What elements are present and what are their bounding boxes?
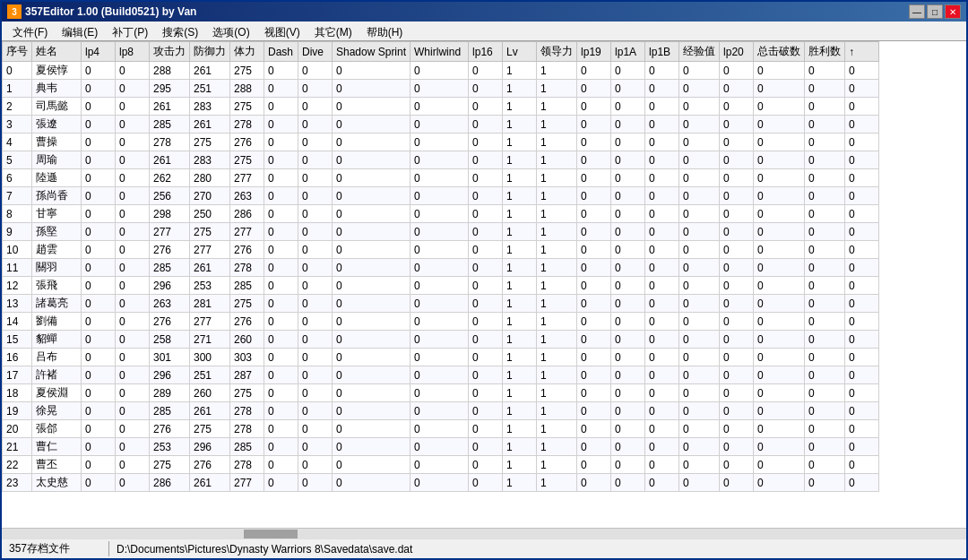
cell-total[interactable]: 0 xyxy=(754,98,805,116)
cell-lp8[interactable]: 0 xyxy=(116,187,150,205)
cell-extra[interactable]: 0 xyxy=(845,349,879,366)
cell-lp16[interactable]: 0 xyxy=(469,259,503,277)
cell-attack[interactable]: 298 xyxy=(150,205,190,223)
cell-lp19[interactable]: 0 xyxy=(577,420,611,438)
cell-attack[interactable]: 276 xyxy=(150,241,190,259)
cell-name[interactable]: 甘寧 xyxy=(32,205,82,223)
cell-seq[interactable]: 8 xyxy=(3,205,32,223)
cell-whirl[interactable]: 0 xyxy=(411,169,469,187)
cell-lv[interactable]: 1 xyxy=(503,241,537,259)
table-row[interactable]: 20張郃00276275278000001100000000 xyxy=(3,420,879,438)
cell-body[interactable]: 277 xyxy=(230,223,264,241)
cell-lead[interactable]: 1 xyxy=(537,295,577,313)
cell-dash[interactable]: 0 xyxy=(264,80,298,98)
cell-lp1a[interactable]: 0 xyxy=(611,456,645,474)
table-row[interactable]: 21曹仁00253296285000001100000000 xyxy=(3,438,879,456)
col-header-seq[interactable]: 序号 xyxy=(3,42,32,62)
cell-lp8[interactable]: 0 xyxy=(116,366,150,384)
cell-lead[interactable]: 1 xyxy=(537,384,577,402)
cell-extra[interactable]: 0 xyxy=(845,277,879,295)
cell-seq[interactable]: 23 xyxy=(3,474,32,492)
cell-lp8[interactable]: 0 xyxy=(116,295,150,313)
cell-lp8[interactable]: 0 xyxy=(116,151,150,169)
cell-total[interactable]: 0 xyxy=(754,456,805,474)
cell-whirl[interactable]: 0 xyxy=(411,295,469,313)
cell-dash[interactable]: 0 xyxy=(264,438,298,456)
table-row[interactable]: 13諸葛亮00263281275000001100000000 xyxy=(3,295,879,313)
cell-body[interactable]: 276 xyxy=(230,134,264,151)
cell-lp19[interactable]: 0 xyxy=(577,187,611,205)
cell-total[interactable]: 0 xyxy=(754,205,805,223)
cell-lp1a[interactable]: 0 xyxy=(611,169,645,187)
cell-body[interactable]: 285 xyxy=(230,438,264,456)
cell-extra[interactable]: 0 xyxy=(845,295,879,313)
cell-lead[interactable]: 1 xyxy=(537,259,577,277)
cell-lv[interactable]: 1 xyxy=(503,134,537,151)
cell-lp19[interactable]: 0 xyxy=(577,402,611,420)
cell-lp4[interactable]: 0 xyxy=(82,349,116,366)
cell-lead[interactable]: 1 xyxy=(537,169,577,187)
cell-lp4[interactable]: 0 xyxy=(82,187,116,205)
cell-whirl[interactable]: 0 xyxy=(411,80,469,98)
cell-whirl[interactable]: 0 xyxy=(411,151,469,169)
cell-name[interactable]: 陸遜 xyxy=(32,169,82,187)
cell-total[interactable]: 0 xyxy=(754,402,805,420)
cell-lead[interactable]: 1 xyxy=(537,116,577,134)
cell-exp[interactable]: 0 xyxy=(679,474,720,492)
cell-seq[interactable]: 19 xyxy=(3,402,32,420)
cell-lp20[interactable]: 0 xyxy=(720,366,754,384)
cell-lp1b[interactable]: 0 xyxy=(645,420,679,438)
cell-wins[interactable]: 0 xyxy=(805,205,845,223)
cell-lp8[interactable]: 0 xyxy=(116,456,150,474)
cell-lp8[interactable]: 0 xyxy=(116,169,150,187)
cell-exp[interactable]: 0 xyxy=(679,98,720,116)
cell-defense[interactable]: 300 xyxy=(190,349,230,366)
table-row[interactable]: 15貂蟬00258271260000001100000000 xyxy=(3,331,879,349)
col-header-lp19[interactable]: lp19 xyxy=(577,42,611,62)
cell-lp8[interactable]: 0 xyxy=(116,62,150,80)
cell-extra[interactable]: 0 xyxy=(845,456,879,474)
cell-name[interactable]: 曹操 xyxy=(32,134,82,151)
cell-lp8[interactable]: 0 xyxy=(116,259,150,277)
cell-attack[interactable]: 256 xyxy=(150,187,190,205)
cell-total[interactable]: 0 xyxy=(754,241,805,259)
cell-whirl[interactable]: 0 xyxy=(411,402,469,420)
cell-shadow[interactable]: 0 xyxy=(333,62,411,80)
cell-lp4[interactable]: 0 xyxy=(82,438,116,456)
cell-wins[interactable]: 0 xyxy=(805,98,845,116)
cell-name[interactable]: 諸葛亮 xyxy=(32,295,82,313)
cell-lp4[interactable]: 0 xyxy=(82,420,116,438)
cell-dive[interactable]: 0 xyxy=(298,331,333,349)
cell-lp4[interactable]: 0 xyxy=(82,151,116,169)
cell-lp16[interactable]: 0 xyxy=(469,98,503,116)
cell-exp[interactable]: 0 xyxy=(679,295,720,313)
cell-wins[interactable]: 0 xyxy=(805,187,845,205)
cell-name[interactable]: 夏侯淵 xyxy=(32,384,82,402)
cell-lp16[interactable]: 0 xyxy=(469,151,503,169)
cell-wins[interactable]: 0 xyxy=(805,134,845,151)
cell-defense[interactable]: 283 xyxy=(190,98,230,116)
cell-body[interactable]: 303 xyxy=(230,349,264,366)
table-row[interactable]: 3張遼00285261278000001100000000 xyxy=(3,116,879,134)
cell-lp20[interactable]: 0 xyxy=(720,151,754,169)
cell-lp20[interactable]: 0 xyxy=(720,331,754,349)
cell-wins[interactable]: 0 xyxy=(805,402,845,420)
cell-lp19[interactable]: 0 xyxy=(577,384,611,402)
cell-lv[interactable]: 1 xyxy=(503,187,537,205)
cell-lp8[interactable]: 0 xyxy=(116,223,150,241)
cell-dash[interactable]: 0 xyxy=(264,420,298,438)
cell-shadow[interactable]: 0 xyxy=(333,98,411,116)
cell-lp1b[interactable]: 0 xyxy=(645,241,679,259)
cell-lead[interactable]: 1 xyxy=(537,474,577,492)
cell-total[interactable]: 0 xyxy=(754,438,805,456)
cell-lp1b[interactable]: 0 xyxy=(645,474,679,492)
cell-lead[interactable]: 1 xyxy=(537,349,577,366)
cell-exp[interactable]: 0 xyxy=(679,259,720,277)
cell-extra[interactable]: 0 xyxy=(845,474,879,492)
cell-wins[interactable]: 0 xyxy=(805,474,845,492)
cell-lead[interactable]: 1 xyxy=(537,151,577,169)
cell-extra[interactable]: 0 xyxy=(845,384,879,402)
col-header-exp[interactable]: 经验值 xyxy=(679,42,720,62)
cell-body[interactable]: 277 xyxy=(230,169,264,187)
cell-wins[interactable]: 0 xyxy=(805,223,845,241)
